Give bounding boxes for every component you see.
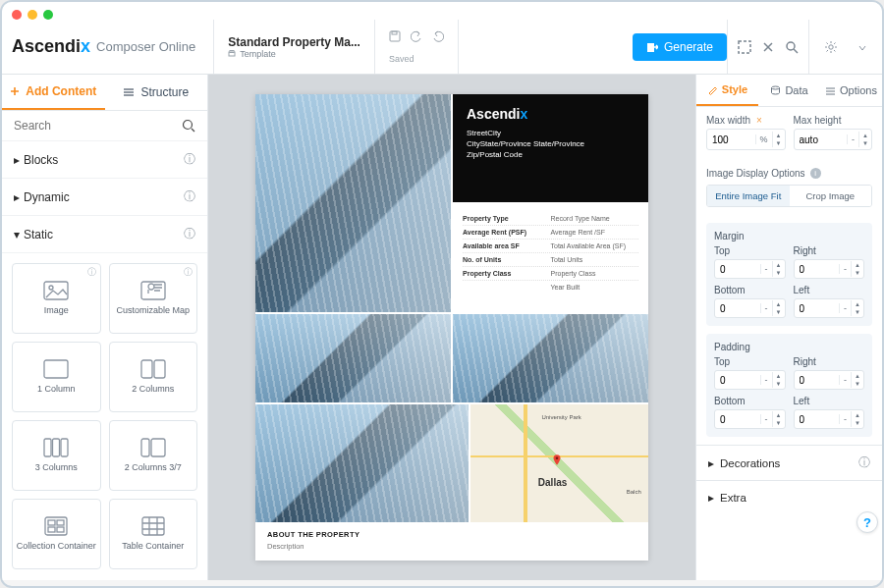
padding-right-input[interactable]: -▲▼	[794, 370, 865, 390]
sliders-icon	[825, 85, 836, 96]
undo-icon[interactable]	[411, 30, 422, 42]
database-icon	[770, 85, 781, 96]
margin-box: Margin Top-▲▼ Right-▲▼ Bottom-▲▼ Left-▲▼	[706, 223, 872, 326]
maximize-window-icon[interactable]	[43, 10, 53, 20]
tab-data[interactable]: Data	[758, 75, 820, 106]
svg-rect-18	[141, 439, 149, 456]
gallery-image-3[interactable]	[453, 314, 648, 402]
category-dynamic[interactable]: ▸Dynamicⓘ	[2, 179, 207, 216]
svg-point-10	[49, 286, 53, 290]
svg-rect-15	[44, 439, 51, 456]
tile-custom-map[interactable]: ⓘCustomizable Map	[109, 263, 198, 334]
fit-icon[interactable]	[738, 40, 751, 54]
maxwidth-input[interactable]: %▲▼	[706, 129, 786, 150]
generate-icon	[646, 41, 658, 53]
map-label: University Park	[541, 414, 580, 420]
tile-collection[interactable]: Collection Container	[12, 499, 101, 569]
tile-2col37[interactable]: 2 Columns 3/7	[109, 420, 198, 491]
document-title: Standard Property Ma...	[228, 35, 360, 49]
about-section[interactable]: ABOUT THE PROPERTY Description	[255, 522, 648, 559]
tile-grid: ⓘImage ⓘCustomizable Map 1 Column 2 Colu…	[2, 253, 207, 579]
map-label: Balch	[627, 489, 641, 495]
category-static[interactable]: ▾Staticⓘ	[2, 216, 207, 253]
tab-add-content[interactable]: Add Content	[2, 75, 105, 110]
image-display-toggle[interactable]: Entire Image Fit Crop Image	[706, 185, 872, 207]
svg-rect-13	[141, 360, 152, 378]
template-page[interactable]: Ascendix StreetCity CityState/Province S…	[255, 94, 648, 561]
padding-bottom-input[interactable]: -▲▼	[714, 409, 786, 429]
clear-icon[interactable]: ×	[756, 115, 762, 126]
settings-area	[808, 20, 853, 74]
section-extra[interactable]: ▸Extra	[696, 480, 882, 514]
category-blocks[interactable]: ▸Blocksⓘ	[2, 141, 207, 179]
section-decorations[interactable]: ▸Decorationsⓘ	[696, 445, 882, 480]
search-input[interactable]	[14, 119, 182, 133]
maxheight-input[interactable]: -▲▼	[794, 129, 873, 150]
zoom-icon[interactable]	[785, 40, 799, 54]
tile-2col[interactable]: 2 Columns	[109, 342, 198, 412]
overlay-box[interactable]: Ascendix StreetCity CityState/Province S…	[453, 94, 648, 202]
tile-3col[interactable]: 3 Columns	[12, 420, 101, 491]
document-info[interactable]: Standard Property Ma... Template	[214, 20, 375, 74]
redo-icon[interactable]	[432, 30, 444, 42]
product-name: Composer Online	[96, 39, 195, 54]
svg-rect-14	[154, 360, 165, 378]
minimize-window-icon[interactable]	[28, 10, 37, 20]
padding-title: Padding	[714, 342, 864, 352]
facts-table[interactable]: Property TypeRecord Type Name Average Re…	[453, 204, 648, 312]
margin-right-input[interactable]: -▲▼	[794, 259, 865, 279]
svg-rect-23	[48, 527, 55, 532]
help-button[interactable]: ?	[856, 511, 878, 533]
view-tools	[727, 20, 808, 74]
window-controls	[2, 2, 882, 20]
svg-rect-16	[53, 439, 60, 456]
fact-row: Year Built	[463, 281, 638, 294]
hero-image-1[interactable]	[255, 94, 451, 312]
tab-options[interactable]: Options	[820, 75, 882, 106]
svg-rect-5	[739, 41, 750, 53]
svg-rect-22	[57, 520, 64, 525]
svg-point-7	[829, 44, 833, 48]
gallery-image-4[interactable]	[255, 404, 469, 522]
plus-icon	[10, 86, 20, 96]
tab-structure[interactable]: Structure	[105, 75, 208, 110]
expand-icon[interactable]	[761, 40, 775, 54]
svg-rect-17	[61, 439, 68, 456]
svg-rect-25	[142, 517, 164, 535]
brand-logo: Ascendix	[12, 36, 90, 57]
gear-icon[interactable]	[823, 39, 839, 55]
close-window-icon[interactable]	[12, 10, 22, 20]
canvas[interactable]: Ascendix StreetCity CityState/Province S…	[208, 75, 695, 580]
margin-left-input[interactable]: -▲▼	[794, 298, 865, 318]
margin-top-input[interactable]: -▲▼	[714, 259, 786, 279]
saved-status: Saved	[389, 54, 414, 64]
stepper[interactable]: ▲▼	[858, 132, 871, 147]
margin-bottom-input[interactable]: -▲▼	[714, 298, 786, 318]
generate-button[interactable]: Generate	[633, 33, 727, 61]
fit-option[interactable]: Entire Image Fit	[707, 186, 790, 206]
gallery-image-2[interactable]	[255, 314, 451, 402]
tile-1col[interactable]: 1 Column	[12, 342, 101, 412]
svg-rect-4	[647, 43, 654, 52]
tile-table[interactable]: Table Container	[109, 499, 198, 569]
crop-option[interactable]: Crop Image	[790, 186, 872, 206]
document-type: Template	[228, 49, 360, 59]
tile-image[interactable]: ⓘImage	[12, 263, 101, 334]
svg-rect-21	[48, 520, 55, 525]
padding-left-input[interactable]: -▲▼	[794, 409, 865, 429]
info-icon: i	[810, 168, 821, 179]
maxwidth-label: Max width×	[706, 115, 786, 126]
save-icon[interactable]	[389, 30, 401, 42]
header-dropdown[interactable]	[853, 38, 872, 56]
info-icon: ⓘ	[184, 226, 195, 242]
map-city-label: Dallas	[538, 477, 567, 488]
svg-point-8	[184, 121, 193, 130]
structure-icon	[123, 87, 135, 97]
search-bar[interactable]	[2, 111, 207, 141]
padding-top-input[interactable]: -▲▼	[714, 370, 786, 390]
map-widget[interactable]: University Park Balch Dallas	[470, 404, 648, 522]
overlay-logo: Ascendix	[467, 106, 635, 122]
stepper[interactable]: ▲▼	[772, 132, 785, 147]
tab-style[interactable]: Style	[696, 75, 758, 106]
svg-rect-24	[57, 527, 64, 532]
